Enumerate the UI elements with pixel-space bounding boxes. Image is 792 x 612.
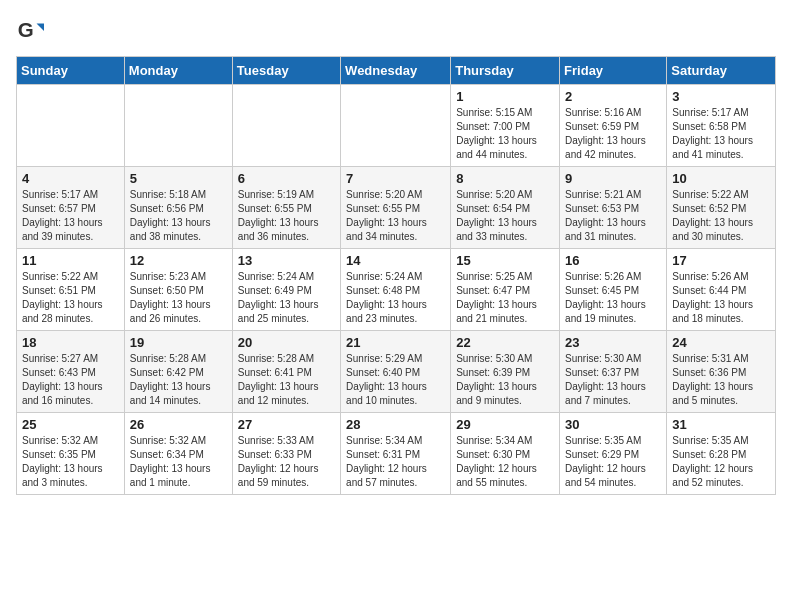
calendar-cell: 26Sunrise: 5:32 AM Sunset: 6:34 PM Dayli… — [124, 413, 232, 495]
day-info: Sunrise: 5:25 AM Sunset: 6:47 PM Dayligh… — [456, 270, 554, 326]
calendar-week-row: 11Sunrise: 5:22 AM Sunset: 6:51 PM Dayli… — [17, 249, 776, 331]
day-number: 21 — [346, 335, 445, 350]
calendar-cell: 19Sunrise: 5:28 AM Sunset: 6:42 PM Dayli… — [124, 331, 232, 413]
calendar-cell: 28Sunrise: 5:34 AM Sunset: 6:31 PM Dayli… — [341, 413, 451, 495]
calendar-cell — [124, 85, 232, 167]
calendar-cell: 5Sunrise: 5:18 AM Sunset: 6:56 PM Daylig… — [124, 167, 232, 249]
calendar-cell: 18Sunrise: 5:27 AM Sunset: 6:43 PM Dayli… — [17, 331, 125, 413]
day-number: 22 — [456, 335, 554, 350]
day-number: 23 — [565, 335, 661, 350]
logo-icon: G — [16, 16, 44, 44]
day-number: 27 — [238, 417, 335, 432]
logo: G — [16, 16, 48, 44]
day-number: 15 — [456, 253, 554, 268]
day-number: 10 — [672, 171, 770, 186]
day-number: 18 — [22, 335, 119, 350]
day-info: Sunrise: 5:19 AM Sunset: 6:55 PM Dayligh… — [238, 188, 335, 244]
day-number: 19 — [130, 335, 227, 350]
day-info: Sunrise: 5:15 AM Sunset: 7:00 PM Dayligh… — [456, 106, 554, 162]
day-number: 8 — [456, 171, 554, 186]
day-number: 4 — [22, 171, 119, 186]
day-info: Sunrise: 5:32 AM Sunset: 6:34 PM Dayligh… — [130, 434, 227, 490]
day-info: Sunrise: 5:32 AM Sunset: 6:35 PM Dayligh… — [22, 434, 119, 490]
calendar-cell: 31Sunrise: 5:35 AM Sunset: 6:28 PM Dayli… — [667, 413, 776, 495]
weekday-header-sunday: Sunday — [17, 57, 125, 85]
calendar-cell: 27Sunrise: 5:33 AM Sunset: 6:33 PM Dayli… — [232, 413, 340, 495]
day-number: 26 — [130, 417, 227, 432]
calendar-week-row: 1Sunrise: 5:15 AM Sunset: 7:00 PM Daylig… — [17, 85, 776, 167]
calendar-cell — [17, 85, 125, 167]
calendar-cell: 2Sunrise: 5:16 AM Sunset: 6:59 PM Daylig… — [560, 85, 667, 167]
day-info: Sunrise: 5:22 AM Sunset: 6:51 PM Dayligh… — [22, 270, 119, 326]
day-number: 28 — [346, 417, 445, 432]
day-info: Sunrise: 5:18 AM Sunset: 6:56 PM Dayligh… — [130, 188, 227, 244]
day-info: Sunrise: 5:27 AM Sunset: 6:43 PM Dayligh… — [22, 352, 119, 408]
day-number: 6 — [238, 171, 335, 186]
weekday-header-thursday: Thursday — [451, 57, 560, 85]
calendar-cell: 11Sunrise: 5:22 AM Sunset: 6:51 PM Dayli… — [17, 249, 125, 331]
calendar-table: SundayMondayTuesdayWednesdayThursdayFrid… — [16, 56, 776, 495]
day-number: 16 — [565, 253, 661, 268]
day-number: 13 — [238, 253, 335, 268]
day-info: Sunrise: 5:23 AM Sunset: 6:50 PM Dayligh… — [130, 270, 227, 326]
calendar-cell: 16Sunrise: 5:26 AM Sunset: 6:45 PM Dayli… — [560, 249, 667, 331]
day-info: Sunrise: 5:34 AM Sunset: 6:31 PM Dayligh… — [346, 434, 445, 490]
day-number: 20 — [238, 335, 335, 350]
calendar-cell — [232, 85, 340, 167]
calendar-cell: 1Sunrise: 5:15 AM Sunset: 7:00 PM Daylig… — [451, 85, 560, 167]
svg-text:G: G — [18, 18, 34, 41]
day-number: 3 — [672, 89, 770, 104]
day-info: Sunrise: 5:24 AM Sunset: 6:48 PM Dayligh… — [346, 270, 445, 326]
day-info: Sunrise: 5:20 AM Sunset: 6:54 PM Dayligh… — [456, 188, 554, 244]
day-info: Sunrise: 5:20 AM Sunset: 6:55 PM Dayligh… — [346, 188, 445, 244]
weekday-header-tuesday: Tuesday — [232, 57, 340, 85]
calendar-cell: 13Sunrise: 5:24 AM Sunset: 6:49 PM Dayli… — [232, 249, 340, 331]
day-number: 29 — [456, 417, 554, 432]
calendar-cell: 21Sunrise: 5:29 AM Sunset: 6:40 PM Dayli… — [341, 331, 451, 413]
calendar-cell: 3Sunrise: 5:17 AM Sunset: 6:58 PM Daylig… — [667, 85, 776, 167]
calendar-cell: 17Sunrise: 5:26 AM Sunset: 6:44 PM Dayli… — [667, 249, 776, 331]
day-number: 7 — [346, 171, 445, 186]
day-number: 14 — [346, 253, 445, 268]
calendar-week-row: 25Sunrise: 5:32 AM Sunset: 6:35 PM Dayli… — [17, 413, 776, 495]
day-number: 2 — [565, 89, 661, 104]
day-info: Sunrise: 5:28 AM Sunset: 6:42 PM Dayligh… — [130, 352, 227, 408]
day-info: Sunrise: 5:34 AM Sunset: 6:30 PM Dayligh… — [456, 434, 554, 490]
day-info: Sunrise: 5:35 AM Sunset: 6:28 PM Dayligh… — [672, 434, 770, 490]
day-info: Sunrise: 5:26 AM Sunset: 6:44 PM Dayligh… — [672, 270, 770, 326]
day-info: Sunrise: 5:21 AM Sunset: 6:53 PM Dayligh… — [565, 188, 661, 244]
weekday-header-saturday: Saturday — [667, 57, 776, 85]
calendar-cell: 25Sunrise: 5:32 AM Sunset: 6:35 PM Dayli… — [17, 413, 125, 495]
day-info: Sunrise: 5:24 AM Sunset: 6:49 PM Dayligh… — [238, 270, 335, 326]
calendar-cell: 14Sunrise: 5:24 AM Sunset: 6:48 PM Dayli… — [341, 249, 451, 331]
day-info: Sunrise: 5:29 AM Sunset: 6:40 PM Dayligh… — [346, 352, 445, 408]
calendar-cell: 8Sunrise: 5:20 AM Sunset: 6:54 PM Daylig… — [451, 167, 560, 249]
day-info: Sunrise: 5:26 AM Sunset: 6:45 PM Dayligh… — [565, 270, 661, 326]
calendar-cell: 15Sunrise: 5:25 AM Sunset: 6:47 PM Dayli… — [451, 249, 560, 331]
calendar-cell: 20Sunrise: 5:28 AM Sunset: 6:41 PM Dayli… — [232, 331, 340, 413]
calendar-cell — [341, 85, 451, 167]
day-number: 24 — [672, 335, 770, 350]
calendar-cell: 9Sunrise: 5:21 AM Sunset: 6:53 PM Daylig… — [560, 167, 667, 249]
day-info: Sunrise: 5:30 AM Sunset: 6:39 PM Dayligh… — [456, 352, 554, 408]
day-number: 31 — [672, 417, 770, 432]
day-info: Sunrise: 5:17 AM Sunset: 6:57 PM Dayligh… — [22, 188, 119, 244]
weekday-header-wednesday: Wednesday — [341, 57, 451, 85]
calendar-cell: 29Sunrise: 5:34 AM Sunset: 6:30 PM Dayli… — [451, 413, 560, 495]
calendar-cell: 22Sunrise: 5:30 AM Sunset: 6:39 PM Dayli… — [451, 331, 560, 413]
day-number: 30 — [565, 417, 661, 432]
day-number: 11 — [22, 253, 119, 268]
calendar-week-row: 4Sunrise: 5:17 AM Sunset: 6:57 PM Daylig… — [17, 167, 776, 249]
day-info: Sunrise: 5:33 AM Sunset: 6:33 PM Dayligh… — [238, 434, 335, 490]
day-info: Sunrise: 5:22 AM Sunset: 6:52 PM Dayligh… — [672, 188, 770, 244]
calendar-cell: 6Sunrise: 5:19 AM Sunset: 6:55 PM Daylig… — [232, 167, 340, 249]
calendar-cell: 4Sunrise: 5:17 AM Sunset: 6:57 PM Daylig… — [17, 167, 125, 249]
day-number: 17 — [672, 253, 770, 268]
day-info: Sunrise: 5:31 AM Sunset: 6:36 PM Dayligh… — [672, 352, 770, 408]
page-header: G — [16, 16, 776, 44]
calendar-cell: 24Sunrise: 5:31 AM Sunset: 6:36 PM Dayli… — [667, 331, 776, 413]
day-number: 9 — [565, 171, 661, 186]
day-info: Sunrise: 5:17 AM Sunset: 6:58 PM Dayligh… — [672, 106, 770, 162]
weekday-header-friday: Friday — [560, 57, 667, 85]
calendar-week-row: 18Sunrise: 5:27 AM Sunset: 6:43 PM Dayli… — [17, 331, 776, 413]
